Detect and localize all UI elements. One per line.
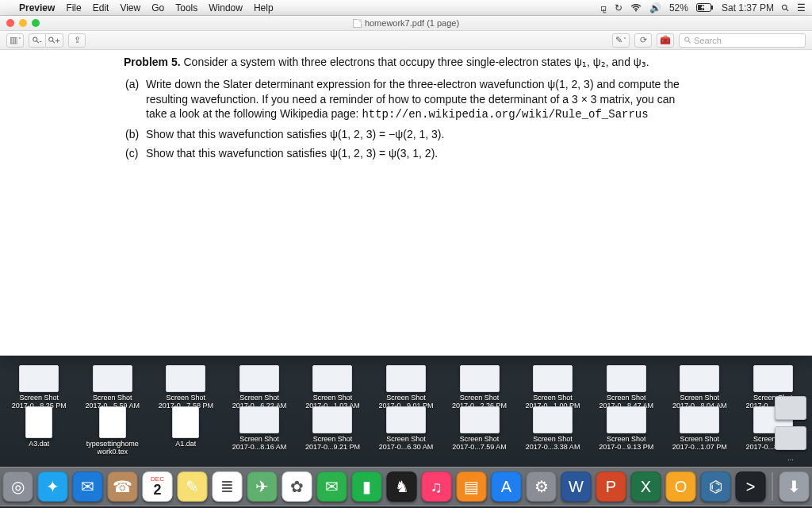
notification-center-icon[interactable]: ☰: [797, 2, 806, 13]
dock-powerpoint[interactable]: P: [596, 471, 626, 502]
bluetooth-icon[interactable]: ⚼: [600, 2, 607, 13]
view-mode-button[interactable]: ▥˅: [6, 33, 24, 48]
file-label: A3.dat: [29, 440, 49, 448]
file-thumbnail-icon: [166, 365, 205, 392]
menu-edit[interactable]: Edit: [93, 2, 109, 13]
dock-contacts[interactable]: ☎: [108, 471, 138, 502]
spotlight-icon[interactable]: [782, 2, 789, 13]
dock-excel[interactable]: X: [631, 471, 661, 502]
close-button[interactable]: [6, 19, 14, 27]
desktop-file[interactable]: Screen Shot2017-0...9.13 PM: [592, 406, 661, 456]
file-thumbnail-icon: [680, 365, 719, 392]
file-label-2: work0.tex: [98, 448, 128, 456]
file-label-2: 2017-0...7.59 AM: [452, 443, 507, 451]
file-label: typesettinghome: [86, 440, 139, 448]
desktop-file[interactable]: typesettinghomework0.tex: [79, 406, 147, 456]
menu-window[interactable]: Window: [209, 2, 243, 13]
desktop-file[interactable]: Screen Shot2017-0...9.01 PM: [372, 365, 441, 410]
file-label-2: 2017-0...9.21 PM: [305, 443, 360, 451]
clock[interactable]: Sat 1:37 PM: [722, 2, 774, 13]
desktop-device-icon[interactable]: [775, 396, 806, 420]
wifi-icon[interactable]: [630, 4, 642, 12]
rotate-button[interactable]: ⟳: [634, 33, 652, 48]
zoom-button[interactable]: [32, 19, 40, 27]
desktop-file[interactable]: Screen Shot2017-0...9.21 PM: [298, 406, 367, 456]
desktop-file[interactable]: Screen Shot2017-0...5.59 AM: [79, 365, 147, 410]
dock-word[interactable]: W: [561, 471, 592, 502]
desktop-file[interactable]: Screen Shot2017-0...8.47 AM: [592, 365, 661, 410]
desktop-file[interactable]: A3.dat: [5, 406, 74, 456]
dock-appstore[interactable]: A: [492, 471, 522, 502]
dock-itunes[interactable]: ♫: [422, 471, 452, 502]
menu-help[interactable]: Help: [254, 2, 274, 13]
problem-intro: Consider a system with three electrons t…: [183, 56, 649, 68]
window-titlebar[interactable]: homework7.pdf (1 page): [0, 16, 812, 31]
menu-tools[interactable]: Tools: [175, 2, 197, 13]
desktop-drive-label: ⋯: [787, 456, 794, 464]
dock-reminders[interactable]: ≣: [213, 471, 243, 502]
file-label: Screen Shot: [533, 435, 573, 443]
desktop-file[interactable]: Screen Shot2017-0...8.04 AM: [665, 365, 734, 410]
svg-point-0: [635, 10, 637, 11]
file-thumbnail-icon: [312, 406, 352, 433]
file-thumbnail-icon: [99, 406, 126, 438]
desktop-file[interactable]: Screen Shot2017-0...1.03 AM: [298, 365, 367, 410]
file-label: Screen Shot: [93, 394, 132, 402]
app-name[interactable]: Preview: [19, 2, 55, 13]
search-icon: [684, 35, 691, 45]
highlight-button[interactable]: ˅: [612, 33, 630, 48]
menu-view[interactable]: View: [120, 2, 140, 13]
zoom-in-button[interactable]: +: [46, 33, 63, 48]
desktop-file[interactable]: Screen Shot2017-0...8.16 AM: [225, 406, 294, 456]
file-thumbnail-icon: [607, 406, 646, 433]
document-proxy-icon[interactable]: [353, 19, 362, 28]
dock-photos[interactable]: ✿: [282, 471, 312, 502]
problem-label: Problem 5.: [124, 56, 181, 68]
dock-messages[interactable]: ✉: [317, 471, 347, 502]
desktop-drive-icon[interactable]: [775, 426, 806, 450]
dock-maps[interactable]: ✈: [247, 471, 278, 502]
part-a-url: http://en.wikipedia.org/wiki/Rule_of_Sar…: [362, 108, 648, 121]
desktop-file[interactable]: Screen Shot2017-0...6.22 AM: [225, 365, 294, 410]
desktop-file[interactable]: Screen Shot2017-0...7.58 PM: [151, 365, 220, 410]
desktop-file[interactable]: Screen Shot2017-0...6.30 AM: [372, 406, 441, 456]
timemachine-icon[interactable]: ↻: [615, 2, 622, 13]
document-content[interactable]: Problem 5. Consider a system with three …: [0, 50, 812, 356]
dock-game[interactable]: ♞: [387, 471, 417, 502]
dock-mail[interactable]: ✉: [73, 471, 103, 502]
minimize-button[interactable]: [19, 19, 27, 27]
dock-ibooks[interactable]: ▤: [457, 471, 487, 502]
desktop-file[interactable]: Screen Shot2017-0...3.38 AM: [519, 406, 588, 456]
search-field[interactable]: Search: [679, 33, 806, 48]
dock-downloads[interactable]: ⬇: [779, 471, 810, 502]
zoom-out-button[interactable]: -: [29, 33, 46, 48]
dock-safari[interactable]: ✦: [38, 471, 68, 502]
dock-python[interactable]: ⌬: [701, 471, 731, 502]
desktop-file[interactable]: Screen Shot2017-0...7.59 AM: [445, 406, 514, 456]
dock-notes[interactable]: ✎: [178, 471, 208, 502]
desktop-file[interactable]: Screen Shot2017-0...1.00 PM: [519, 365, 588, 410]
volume-icon[interactable]: 🔊: [649, 2, 661, 13]
file-thumbnail-icon: [93, 365, 132, 392]
dock-calendar[interactable]: DEC2: [143, 471, 173, 502]
share-button[interactable]: ⇪: [68, 33, 86, 48]
desktop-file[interactable]: Screen Shot2017-0...1.07 PM: [665, 406, 734, 456]
dock-launchpad[interactable]: ◎: [3, 471, 33, 502]
desktop-file[interactable]: Screen Shot2017-0...8.25 PM: [5, 365, 74, 410]
dock-settings[interactable]: ⚙: [527, 471, 557, 502]
part-c-label: (c): [125, 146, 138, 160]
file-label: Screen Shot: [239, 394, 279, 402]
desktop-file[interactable]: A1.dat: [151, 406, 220, 456]
toolbar: ▥˅ - + ⇪ ˅ ⟳ 🧰 Search: [0, 31, 812, 50]
menu-bar: Preview File Edit View Go Tools Window H…: [0, 0, 812, 16]
markup-button[interactable]: 🧰: [657, 33, 674, 48]
menu-file[interactable]: File: [66, 2, 81, 13]
dock-terminal[interactable]: >: [736, 471, 766, 502]
menu-go[interactable]: Go: [151, 2, 164, 13]
dock-outlook[interactable]: O: [666, 471, 696, 502]
file-label-2: 2017-0...8.16 AM: [232, 443, 287, 451]
dock-facetime[interactable]: ▮: [352, 471, 382, 502]
battery-icon[interactable]: [696, 3, 714, 12]
desktop-file[interactable]: Screen Shot2017-0...2.36 PM: [445, 365, 514, 410]
svg-rect-2: [711, 6, 713, 10]
